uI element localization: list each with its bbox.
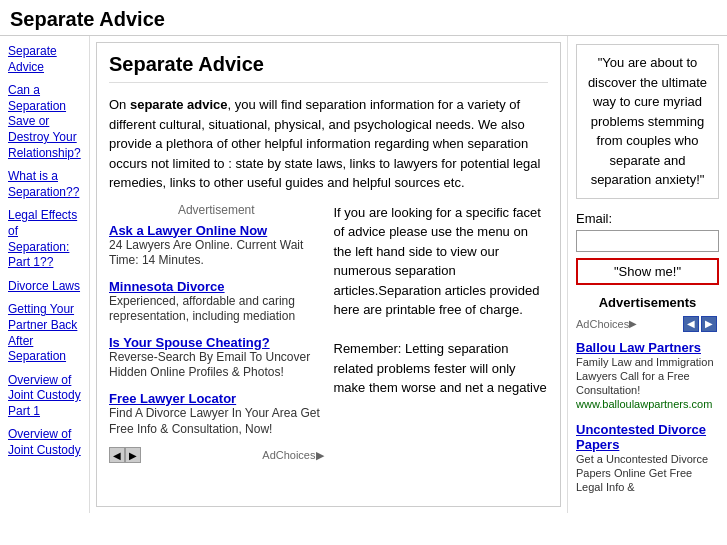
email-section: Email: "Show me!" (576, 211, 719, 285)
ad-choices-icon-right: ▶ (629, 318, 637, 329)
ad-item-3: Free Lawyer Locator Find A Divorce Lawye… (109, 391, 324, 437)
right-ad-desc-0: Family Law and Immigration Lawyers Call … (576, 355, 719, 398)
sidebar: Separate Advice Can a Separation Save or… (0, 36, 90, 513)
right-ad-link-1[interactable]: Uncontested Divorce Papers (576, 422, 706, 452)
right-ad-desc-1: Get a Uncontested Divorce Papers Online … (576, 452, 719, 495)
right-ad-item-1: Uncontested Divorce Papers Get a Unconte… (576, 422, 719, 495)
page-title: Separate Advice (10, 8, 717, 31)
sidebar-link-7[interactable]: Overview of Joint Custody (8, 427, 81, 458)
right-text: If you are looking for a specific facet … (334, 203, 549, 398)
right-ad-prev-button[interactable]: ◀ (683, 316, 699, 332)
show-me-button[interactable]: "Show me!" (576, 258, 719, 285)
right-col: If you are looking for a specific facet … (334, 203, 549, 464)
right-ad-item-0: Ballou Law Partners Family Law and Immig… (576, 340, 719, 412)
ad-item-2: Is Your Spouse Cheating? Reverse-Search … (109, 335, 324, 381)
sidebar-link-2[interactable]: What is a Separation?? (8, 169, 81, 200)
right-ad-link-0[interactable]: Ballou Law Partners (576, 340, 701, 355)
ad-item-1: Minnesota Divorce Experienced, affordabl… (109, 279, 324, 325)
main-layout: Separate Advice Can a Separation Save or… (0, 36, 727, 513)
sidebar-link-5[interactable]: Getting Your Partner Back After Separati… (8, 302, 81, 364)
right-ad-choices: AdChoices ▶ (576, 318, 637, 330)
ad-desc-0: 24 Lawyers Are Online. Current Wait Time… (109, 238, 324, 269)
right-ad-url-0: www.balloulawpartners.com (576, 397, 719, 411)
ad-link-3[interactable]: Free Lawyer Locator (109, 391, 236, 406)
ads-label: Advertisements (576, 295, 719, 310)
main-content: Separate Advice On separate advice, you … (96, 42, 561, 507)
right-panel: "You are about to discover the ultimate … (567, 36, 727, 513)
ad-choices-label: AdChoices (262, 449, 315, 461)
ad-choices-icon: ▶ (316, 449, 324, 462)
email-label: Email: (576, 211, 719, 226)
email-input[interactable] (576, 230, 719, 252)
ad-desc-2: Reverse-Search By Email To Uncover Hidde… (109, 350, 324, 381)
sidebar-link-4[interactable]: Divorce Laws (8, 279, 81, 295)
ad-next-button[interactable]: ▶ (125, 447, 141, 463)
right-ad-nav: AdChoices ▶ ◀ ▶ (576, 316, 719, 332)
ad-nav: ◀ ▶ AdChoices ▶ (109, 447, 324, 463)
intro-text-prefix: On (109, 97, 130, 112)
right-ad-next-button[interactable]: ▶ (701, 316, 717, 332)
ad-desc-1: Experienced, affordable and caring repre… (109, 294, 324, 325)
ad-prev-button[interactable]: ◀ (109, 447, 125, 463)
sidebar-link-6[interactable]: Overview of Joint Custody Part 1 (8, 373, 81, 420)
intro-text: On separate advice, you will find separa… (109, 95, 548, 193)
quote-box: "You are about to discover the ultimate … (576, 44, 719, 199)
intro-bold: separate advice (130, 97, 228, 112)
main-heading: Separate Advice (109, 53, 548, 83)
sidebar-link-1[interactable]: Can a Separation Save or Destroy Your Re… (8, 83, 81, 161)
ad-link-0[interactable]: Ask a Lawyer Online Now (109, 223, 267, 238)
ad-choices-text: AdChoices (576, 318, 629, 330)
sidebar-link-0[interactable]: Separate Advice (8, 44, 81, 75)
page-header: Separate Advice (0, 0, 727, 36)
ad-link-2[interactable]: Is Your Spouse Cheating? (109, 335, 270, 350)
ad-item-0: Ask a Lawyer Online Now 24 Lawyers Are O… (109, 223, 324, 269)
ad-link-1[interactable]: Minnesota Divorce (109, 279, 225, 294)
content-columns: Advertisement Ask a Lawyer Online Now 24… (109, 203, 548, 464)
ad-desc-3: Find A Divorce Lawyer In Your Area Get F… (109, 406, 324, 437)
ad-label: Advertisement (109, 203, 324, 217)
left-col: Advertisement Ask a Lawyer Online Now 24… (109, 203, 324, 464)
sidebar-link-3[interactable]: Legal Effects of Separation: Part 1?? (8, 208, 81, 270)
